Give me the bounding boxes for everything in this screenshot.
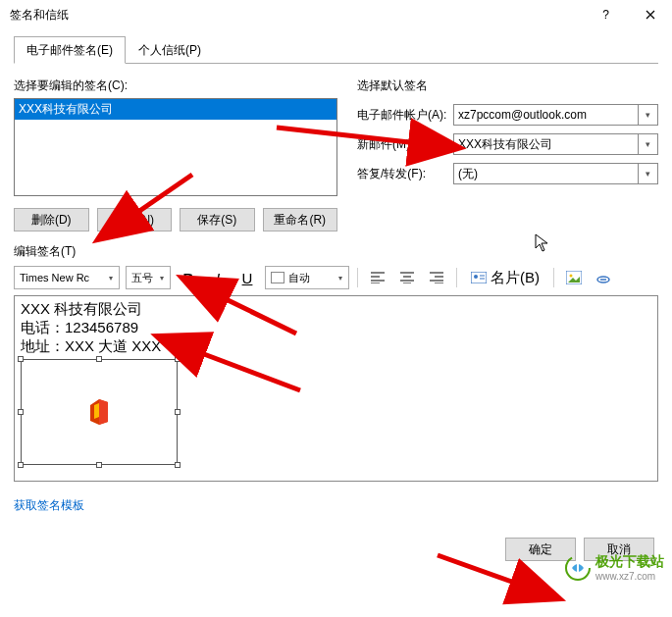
svg-line-7 bbox=[220, 296, 296, 334]
cursor-icon bbox=[535, 233, 550, 258]
watermark-url: www.xz7.com bbox=[595, 571, 664, 582]
annotation-arrow bbox=[0, 0, 672, 617]
svg-line-8 bbox=[196, 351, 300, 390]
svg-line-6 bbox=[277, 128, 418, 143]
watermark: 极光下载站 www.xz7.com bbox=[564, 553, 664, 582]
watermark-logo-icon bbox=[564, 554, 592, 582]
svg-line-9 bbox=[438, 555, 520, 585]
svg-line-5 bbox=[132, 175, 192, 216]
watermark-name: 极光下载站 bbox=[595, 553, 664, 571]
